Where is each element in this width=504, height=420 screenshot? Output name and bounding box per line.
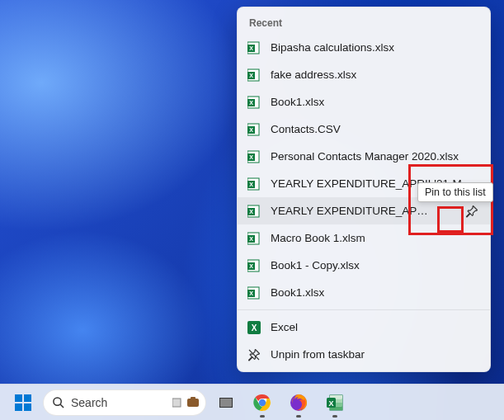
svg-text:X: X (249, 236, 253, 242)
recent-item-label: fake address.xlsx (271, 68, 480, 81)
svg-point-37 (54, 398, 61, 405)
svg-text:X: X (249, 290, 253, 296)
svg-text:X: X (328, 399, 333, 407)
unpin-icon (247, 348, 261, 361)
excel-file-icon: X (247, 259, 261, 272)
app-item-excel[interactable]: X Excel (238, 314, 490, 341)
recent-item[interactable]: X Contacts.CSV (238, 116, 490, 143)
recent-item[interactable]: X fake address.xlsx (238, 61, 490, 88)
taskbar-search[interactable]: Search (43, 389, 206, 416)
excel-file-icon: X (247, 286, 261, 300)
search-placeholder: Search (71, 396, 107, 409)
svg-rect-36 (24, 403, 31, 411)
divider (238, 309, 490, 310)
svg-rect-41 (191, 397, 195, 399)
recent-item-label: Bipasha calculations.xlsx (271, 41, 480, 54)
pin-icon (465, 205, 478, 218)
unpin-from-taskbar[interactable]: Unpin from taskbar (238, 341, 490, 368)
recent-item-label: Book1.xlsx (271, 286, 480, 299)
svg-line-38 (60, 404, 64, 408)
pin-to-list-button[interactable] (460, 200, 483, 223)
recent-item-label: Book1 - Copy.xlsx (271, 259, 480, 271)
recent-item[interactable]: X Macro Book 1.xlsm (238, 224, 490, 252)
excel-file-icon: X (247, 123, 261, 136)
excel-file-icon: X (247, 96, 261, 109)
taskview-icon (218, 394, 234, 411)
svg-text:X: X (249, 127, 253, 133)
section-title-recent: Recent (238, 12, 490, 34)
svg-text:X: X (249, 154, 253, 160)
pin-tooltip: Pin to this list (417, 182, 493, 202)
svg-text:X: X (249, 263, 253, 269)
chrome-icon (253, 394, 271, 412)
taskbar-app-excel[interactable]: X (318, 386, 351, 419)
svg-rect-43 (220, 399, 232, 407)
excel-file-icon: X (247, 205, 261, 218)
unpin-label: Unpin from taskbar (271, 348, 480, 361)
excel-app-icon: X (247, 321, 261, 334)
taskbar-app-chrome[interactable] (246, 386, 279, 419)
svg-rect-34 (24, 394, 31, 402)
recent-item-label: Contacts.CSV (271, 123, 480, 135)
recent-item[interactable]: X Book1.xlsx (238, 279, 490, 306)
svg-rect-39 (172, 399, 181, 407)
svg-text:X: X (249, 209, 253, 215)
excel-file-icon: X (247, 150, 261, 163)
windows-icon (15, 394, 31, 411)
search-highlight-icon (172, 397, 200, 408)
excel-icon: X (326, 394, 344, 412)
recent-item-label: Personal Contacts Manager 2020.xlsx (271, 150, 480, 163)
recent-item[interactable]: X Book1 - Copy.xlsx (238, 252, 490, 279)
recent-item[interactable]: X Personal Contacts Manager 2020.xlsx (238, 143, 490, 170)
svg-text:X: X (249, 45, 253, 51)
excel-file-icon: X (247, 232, 261, 245)
svg-text:X: X (252, 323, 257, 333)
recent-item-label: YEARLY EXPENDITURE_APRIL'2... (271, 205, 436, 217)
svg-rect-33 (15, 394, 22, 402)
taskbar-app-firefox[interactable] (282, 386, 315, 419)
recent-item-label: Book1.xlsx (271, 96, 480, 108)
svg-rect-40 (187, 399, 199, 407)
firefox-icon (290, 394, 308, 412)
svg-text:X: X (249, 73, 253, 78)
svg-text:X: X (249, 182, 253, 187)
taskbar: Search X (0, 384, 504, 420)
excel-file-icon: X (247, 68, 261, 82)
recent-item[interactable]: X Bipasha calculations.xlsx (238, 34, 490, 61)
start-button[interactable] (7, 386, 40, 419)
excel-file-icon: X (247, 41, 261, 54)
svg-text:X: X (249, 100, 253, 106)
svg-rect-35 (15, 403, 22, 411)
recent-item-label: Macro Book 1.xlsm (271, 232, 480, 244)
search-icon (52, 396, 64, 408)
recent-item[interactable]: X Book1.xlsx (238, 88, 490, 116)
excel-file-icon: X (247, 177, 261, 191)
taskview-button[interactable] (210, 386, 243, 419)
app-item-label: Excel (271, 321, 480, 333)
